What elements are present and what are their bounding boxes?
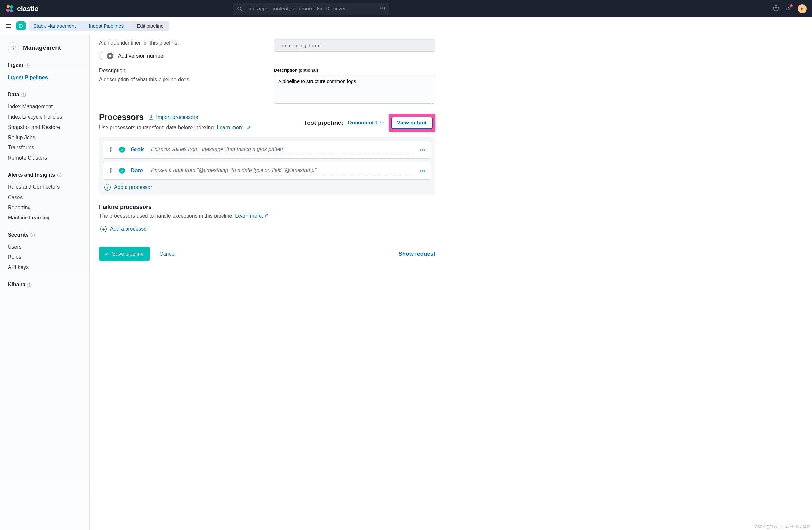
svg-point-1: [10, 5, 13, 9]
info-icon: [25, 63, 30, 68]
add-processor-label: Add a processor: [114, 185, 153, 190]
processor-description: Extracts values from "message" that matc…: [151, 146, 414, 153]
processors-learn-more[interactable]: Learn more.: [217, 125, 250, 130]
sidebar-item-machine-learning[interactable]: Machine Learning: [8, 212, 82, 223]
gear-icon: [8, 42, 19, 54]
sidebar-item-index-management[interactable]: Index Management: [8, 102, 82, 112]
processor-menu-icon[interactable]: [420, 147, 426, 152]
processors-list: Grok Extracts values from "message" that…: [99, 137, 435, 195]
processors-heading: Processors: [99, 112, 144, 122]
sidebar-item-index-lifecycle-policies[interactable]: Index Lifecycle Policies: [8, 112, 82, 122]
check-icon: [104, 251, 109, 256]
sidebar: Management IngestIngest PipelinesDataInd…: [0, 34, 90, 530]
sidebar-item-reporting[interactable]: Reporting: [8, 203, 82, 212]
status-success-icon: [119, 147, 125, 153]
info-icon: [57, 173, 62, 177]
document-selector[interactable]: Document 1: [348, 120, 384, 126]
add-failure-processor-label: Add a processor: [110, 226, 148, 232]
sidebar-group-title: Kibana: [8, 282, 82, 288]
sidebar-item-remote-clusters[interactable]: Remote Clusters: [8, 153, 82, 163]
processor-name[interactable]: Date: [131, 167, 145, 174]
svg-point-11: [13, 47, 14, 48]
svg-point-14: [28, 64, 28, 65]
description-help: A description of what this pipeline does…: [99, 76, 266, 84]
highlight-annotation: View output: [389, 114, 435, 132]
description-input[interactable]: [274, 75, 435, 104]
save-pipeline-button[interactable]: Save pipeline: [99, 247, 150, 261]
sidebar-item-roles[interactable]: Roles: [8, 252, 82, 262]
sidebar-item-rollup-jobs[interactable]: Rollup Jobs: [8, 132, 82, 143]
processor-description: Parses a date from "@timestamp" to a dat…: [151, 167, 414, 174]
elastic-logo[interactable]: elastic: [5, 4, 38, 13]
svg-rect-29: [420, 150, 421, 151]
description-field-label: Description (optional): [274, 68, 435, 73]
version-toggle[interactable]: [99, 52, 114, 60]
view-output-button[interactable]: View output: [391, 117, 433, 129]
svg-point-0: [6, 4, 10, 8]
breadcrumb-ingest-pipelines[interactable]: Ingest Pipelines: [82, 21, 129, 31]
svg-rect-34: [424, 171, 425, 172]
svg-rect-31: [424, 150, 425, 151]
sidebar-item-ingest-pipelines[interactable]: Ingest Pipelines: [8, 72, 82, 83]
show-request-button[interactable]: Show request: [399, 251, 435, 257]
search-input[interactable]: [245, 6, 376, 12]
pipeline-name-input: common_log_format: [274, 39, 435, 52]
failure-processors-heading: Failure processors: [99, 204, 435, 211]
breadcrumb-edit-pipeline: Edit pipeline: [129, 21, 170, 31]
sidebar-item-snapshot-and-restore[interactable]: Snapshot and Restore: [8, 122, 82, 132]
svg-rect-33: [422, 171, 423, 172]
notification-dot: [790, 4, 793, 7]
svg-point-20: [59, 174, 60, 174]
cancel-button[interactable]: Cancel: [159, 251, 176, 257]
nav-toggle[interactable]: [4, 21, 13, 30]
sidebar-item-rules-and-connectors[interactable]: Rules and Connectors: [8, 182, 82, 192]
svg-point-7: [775, 7, 777, 10]
svg-line-5: [241, 10, 242, 11]
global-search[interactable]: ⌘/: [233, 3, 389, 15]
info-icon: [27, 282, 32, 287]
svg-rect-32: [420, 171, 421, 172]
svg-point-26: [29, 283, 30, 284]
space-selector[interactable]: D: [16, 21, 26, 30]
sidebar-item-users[interactable]: Users: [8, 242, 82, 252]
failure-learn-more[interactable]: Learn more.: [235, 213, 269, 219]
user-avatar[interactable]: e: [798, 4, 807, 13]
description-heading: Description: [99, 68, 266, 74]
processor-menu-icon[interactable]: [420, 168, 426, 173]
processor-row: Date Parses a date from "@timestamp" to …: [103, 162, 431, 179]
search-icon: [237, 6, 242, 12]
info-icon: [21, 92, 26, 97]
news-icon[interactable]: [785, 5, 792, 12]
top-bar: elastic ⌘/ e: [0, 0, 812, 17]
sidebar-item-cases[interactable]: Cases: [8, 192, 82, 203]
search-shortcut: ⌘/: [379, 6, 385, 11]
sidebar-group-title: Security: [8, 232, 82, 238]
test-pipeline-label: Test pipeline:: [304, 119, 344, 127]
svg-point-3: [10, 9, 13, 12]
drag-handle-icon[interactable]: [108, 168, 113, 174]
external-link-icon: [246, 126, 250, 129]
sidebar-item-api-keys[interactable]: API keys: [8, 262, 82, 272]
sidebar-title: Management: [23, 44, 61, 51]
sidebar-group-title: Data: [8, 92, 82, 98]
watermark: CSDN @Elastic 中国社区官方博客: [755, 525, 810, 529]
svg-point-23: [33, 234, 33, 234]
sidebar-item-transforms[interactable]: Transforms: [8, 143, 82, 153]
status-success-icon: [119, 168, 125, 174]
failure-help: The processors used to handle exceptions…: [99, 213, 235, 219]
add-failure-processor-button[interactable]: + Add a processor: [99, 226, 435, 232]
svg-point-4: [237, 7, 241, 10]
external-link-icon: [265, 214, 269, 218]
elastic-logo-icon: [5, 4, 14, 13]
svg-point-17: [23, 94, 24, 94]
help-icon[interactable]: [773, 5, 779, 12]
processor-name[interactable]: Grok: [131, 146, 145, 153]
drag-handle-icon[interactable]: [108, 147, 113, 153]
plus-circle-icon: +: [100, 226, 107, 232]
breadcrumb-stack-management[interactable]: Stack Management: [29, 21, 82, 31]
info-icon: [30, 233, 35, 237]
import-icon: [149, 115, 154, 120]
add-processor-button[interactable]: + Add a processor: [103, 184, 431, 191]
import-processors-link[interactable]: Import processors: [149, 114, 198, 120]
sidebar-group-title: Ingest: [8, 62, 82, 69]
